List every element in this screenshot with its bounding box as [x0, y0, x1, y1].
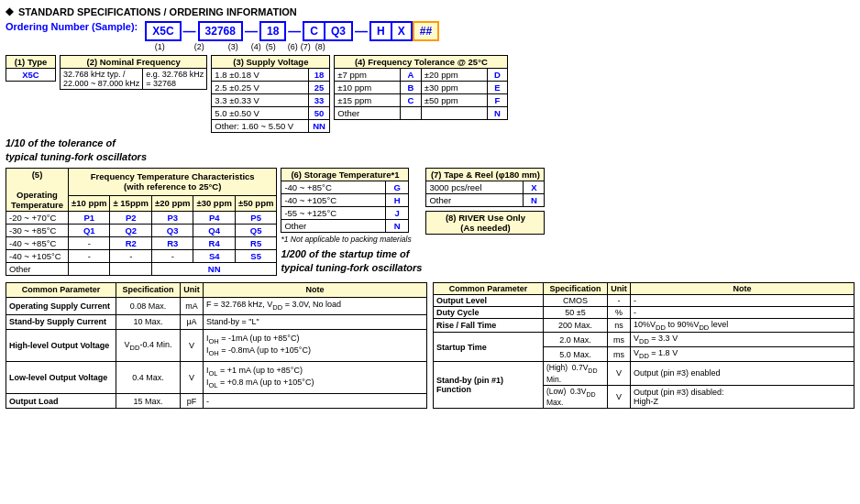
- sv-r5-code: NN: [308, 120, 330, 133]
- ft-temp-r3: -40 ~ +85°C: [6, 236, 69, 249]
- ord-num-5: (5): [262, 42, 279, 51]
- tr-r1: 3000 pcs/reel: [426, 181, 524, 193]
- rsp-r4-u2: ms: [608, 347, 631, 362]
- rsp-r5-high-n: Output (pin #3) enabled: [631, 361, 854, 385]
- tape-reel-table: (7) Tape & Reel (φ180 mm) 3000 pcs/reelX…: [425, 168, 545, 207]
- tr-c2: N: [524, 193, 545, 206]
- lsp-r3-u: V: [181, 329, 204, 361]
- ord-part-3: 18: [259, 21, 286, 41]
- tr-r2: Other: [426, 193, 524, 206]
- rsp-r5-low-u: V: [608, 385, 631, 409]
- ft-r2-t1: ±10 ppm: [335, 82, 401, 94]
- lsp-r2-s: 10 Max.: [116, 314, 181, 329]
- ft-v-r3-c2: R2: [110, 236, 151, 249]
- ft-v-r1-c2: P2: [110, 211, 151, 224]
- rsp-r1-s: CMOS: [544, 294, 608, 306]
- type-value: X5C: [6, 69, 56, 82]
- st-r3: -55 ~ +125°C: [281, 206, 385, 219]
- st-r4: Other: [281, 219, 385, 232]
- river-use-table: (8) RIVER Use Only(As needed): [425, 211, 545, 235]
- ft-v-r3-c3: R3: [151, 236, 193, 249]
- rsp-r4-n2: VDD = 1.8 V: [631, 347, 854, 362]
- lsp-r4-s: 0.4 Max.: [116, 362, 181, 394]
- ord-part-4: C: [303, 21, 325, 41]
- rsp-r5-high-label: (High) 0.7VDD Min.: [544, 361, 608, 385]
- sv-r5-label: Other: 1.60 ~ 5.50 V: [212, 120, 308, 133]
- ppm-10: ±10 ppm: [69, 195, 110, 211]
- ft-r1-c2: D: [487, 69, 508, 82]
- rsp-r5-low-n: Output (pin #3) disabled:High-Z: [631, 385, 854, 409]
- ord-num-4: (4): [249, 42, 262, 51]
- ft-r4-c1: [401, 107, 422, 120]
- ft-v-r1-c5: P5: [235, 211, 276, 224]
- sv-r4-label: 5.0 ±0.50 V: [212, 107, 308, 120]
- lsp-r1-n: F = 32.768 kHz, VDD = 3.0V, No load: [204, 297, 427, 314]
- ord-part-8: ##: [413, 21, 439, 41]
- ft-temp-r5: Other: [6, 262, 69, 275]
- lsp-r4-n: IOL = +1 mA (up to +85°C)IOL = +0.8 mA (…: [204, 362, 427, 394]
- italic-note-1: 1/10 of the tolerance oftypical tuning-f…: [6, 137, 854, 165]
- rsp-r1-u: -: [608, 294, 631, 306]
- rsp-r4-s1: 2.0 Max.: [544, 333, 608, 347]
- type-table: (1) Type X5C: [6, 55, 56, 82]
- lsp-r5-p: Output Load: [6, 394, 116, 409]
- rsp-r3-p: Rise / Fall Time: [434, 318, 544, 333]
- river-header: (8) RIVER Use Only(As needed): [426, 211, 545, 234]
- supply-voltage-table: (3) Supply Voltage 1.8 ±0.18 V18 2.5 ±0.…: [211, 55, 330, 133]
- ft-r4-t1: Other: [335, 107, 401, 120]
- ft-v-r2-c5: Q5: [235, 224, 276, 236]
- ft-r1-t2: ±20 ppm: [421, 69, 487, 82]
- ppm-15: ± 15ppm: [110, 195, 151, 211]
- rsp-r1-p: Output Level: [434, 294, 544, 306]
- ft-v-r3-c4: R4: [193, 236, 235, 249]
- ft-r3-c2: F: [487, 94, 508, 107]
- freq-example: e.g. 32.768 kHz= 32768: [143, 69, 207, 90]
- lsp-r1-p: Operating Supply Current: [6, 297, 116, 314]
- ft-r4-c2: N: [487, 107, 508, 120]
- right-spec-table: Common Parameter Specification Unit Note…: [433, 282, 854, 410]
- rsp-h1: Common Parameter: [434, 282, 544, 294]
- st-c2: H: [385, 193, 409, 206]
- diamond-icon: ◆: [6, 5, 13, 17]
- rsp-r4-s2: 5.0 Max.: [544, 347, 608, 362]
- rsp-r3-n: 10%VDD to 90%VDD level: [631, 318, 854, 333]
- st-c1: G: [385, 181, 409, 193]
- lsp-r4-p: Low-level Output Voltage: [6, 362, 116, 394]
- ord-num-3: (3): [224, 42, 242, 51]
- ft-r4-t2: [421, 107, 487, 120]
- rsp-r3-s: 200 Max.: [544, 318, 608, 333]
- rsp-r1-n: -: [631, 294, 854, 306]
- lsp-r3-p: High-level Output Voltage: [6, 329, 116, 361]
- ft-v-r1-c4: P4: [193, 211, 235, 224]
- freq-temp-col5-header: (5)OperatingTemperature: [6, 168, 69, 211]
- freq-temp-main-header: Frequency Temperature Characteristics(wi…: [69, 168, 277, 195]
- ft-r2-t2: ±30 ppm: [421, 82, 487, 94]
- rsp-h2: Specification: [544, 282, 608, 294]
- ord-num-2: (2): [182, 42, 216, 51]
- ft-v-r4-c5: S5: [235, 249, 276, 262]
- ordering-label: Ordering Number (Sample):: [6, 21, 138, 32]
- freq-val1: 32.768 kHz typ. /22.000 ~ 87.000 kHz: [61, 69, 143, 90]
- rsp-r2-u: %: [608, 306, 631, 318]
- lsp-r5-s: 15 Max.: [116, 394, 181, 409]
- ord-part-6: H: [369, 21, 392, 41]
- freq-header: (2) Nominal Frequency: [61, 56, 207, 69]
- ft-v-r1-c3: P3: [151, 211, 193, 224]
- sv-r3-label: 3.3 ±0.33 V: [212, 94, 308, 107]
- ft-v-r5-nn: NN: [151, 262, 276, 275]
- lsp-h4: Note: [204, 282, 427, 297]
- left-spec-table: Common Parameter Specification Unit Note…: [6, 282, 427, 410]
- rsp-r5-low-label: (Low) 0.3VDD Max.: [544, 385, 608, 409]
- storage-temp-header: (6) Storage Temperature*1: [281, 168, 409, 181]
- lsp-r4-u: V: [181, 362, 204, 394]
- ft-temp-r2: -30 ~ +85°C: [6, 224, 69, 236]
- ft-v-r2-c2: Q2: [110, 224, 151, 236]
- italic-note-2: 1/200 of the startup time oftypical tuni…: [281, 247, 422, 276]
- sv-r4-code: 50: [308, 107, 330, 120]
- lsp-r3-s: VDD-0.4 Min.: [116, 329, 181, 361]
- rsp-r2-n: -: [631, 306, 854, 318]
- sv-r2-code: 25: [308, 82, 330, 94]
- storage-temp-table: (6) Storage Temperature*1 -40 ~ +85°CG -…: [281, 168, 409, 233]
- storage-footnote: *1 Not applicable to packing materials: [281, 235, 422, 244]
- ft-v-r5-c2: [110, 262, 151, 275]
